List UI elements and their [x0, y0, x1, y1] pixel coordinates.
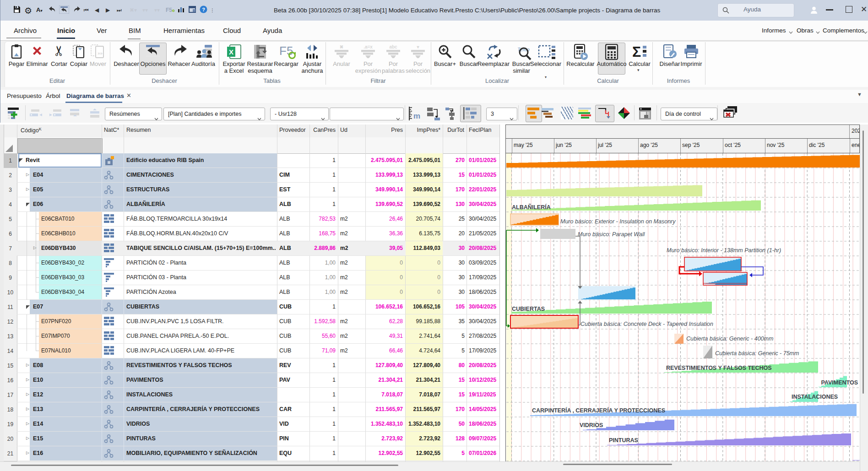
svg-text:ALBAÑILERÍA: ALBAÑILERÍA — [512, 204, 551, 211]
svg-text:abc: abc — [389, 44, 397, 49]
svg-text:CUBIERTAS: CUBIERTAS — [512, 306, 545, 312]
svg-text:✖: ✖ — [340, 44, 343, 49]
svg-text:VIDRIOS: VIDRIOS — [580, 422, 603, 428]
svg-text:Cubierta básica: Concrete Deck: Cubierta básica: Concrete Deck - Tapered… — [580, 321, 713, 327]
svg-text:Muro básico: Interior - 138mm: Muro básico: Interior - 138mm Partition … — [667, 247, 781, 254]
svg-text:»»: »» — [98, 51, 103, 56]
svg-text:INSTALACIONES: INSTALACIONES — [792, 394, 838, 400]
svg-text:Σ: Σ — [632, 44, 641, 60]
svg-text:Cubierta básica: Generic - 400: Cubierta básica: Generic - 400mm — [686, 336, 773, 342]
svg-text:PAVIMENTOS: PAVIMENTOS — [821, 379, 858, 386]
svg-text:CARPINTERÍA , CERRAJERÍA Y PRO: CARPINTERÍA , CERRAJERÍA Y PROTECCIONES — [532, 407, 665, 414]
svg-text:.a=x: .a=x — [363, 44, 373, 49]
svg-text:REVESTIMIENTOS Y FALSOS TECHOS: REVESTIMIENTOS Y FALSOS TECHOS — [666, 365, 772, 371]
svg-text:X: X — [229, 48, 233, 56]
svg-text:PINTURAS: PINTURAS — [609, 437, 638, 444]
svg-text:Cubierta básica: Generic - 75m: Cubierta básica: Generic - 75mm — [715, 350, 799, 357]
svg-text:▾: ▾ — [416, 44, 419, 49]
svg-text:?: ? — [202, 7, 205, 12]
svg-text:Muro básico: Parapet Wall: Muro básico: Parapet Wall — [578, 231, 646, 238]
svg-text:m: m — [413, 112, 420, 120]
svg-text:Muro básico: Exterior - Insula: Muro básico: Exterior - Insulation on Ma… — [560, 218, 676, 225]
svg-text:F5: F5 — [279, 44, 293, 58]
